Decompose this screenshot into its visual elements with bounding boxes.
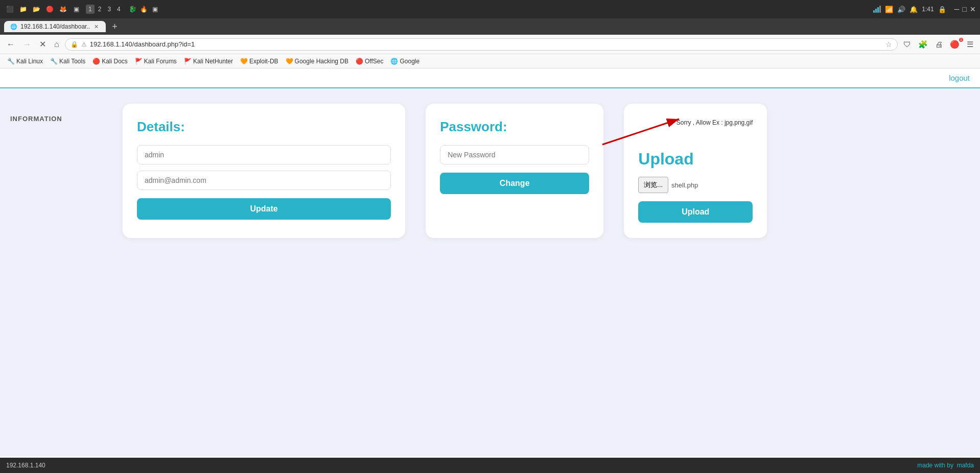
page-body: INFORMATION Details: Update Password: Ch… [0, 88, 980, 253]
bookmarks-bar: 🔧 Kali Linux 🔧 Kali Tools 🔴 Kali Docs 🚩 … [0, 54, 980, 68]
taskbar-icon-red[interactable]: 🔴 [44, 4, 55, 15]
bookmark-google-hacking[interactable]: 🧡 Google Hacking DB [283, 57, 352, 66]
email-input[interactable] [137, 171, 391, 190]
bookmark-exploit-db[interactable]: 🧡 Exploit-DB [237, 57, 282, 66]
nav-bar: ← → ✕ ⌂ 🔒 ⚠ ☆ 🛡 🧩 🖨 🔴 1 ☰ [0, 35, 980, 54]
bookmark-kali-tools-label: Kali Tools [59, 58, 85, 65]
maximize-btn[interactable]: □ [963, 5, 967, 13]
kali-nethunter-icon: 🚩 [184, 58, 192, 65]
kali-tools-icon: 🔧 [50, 58, 58, 65]
details-card-title: Details: [137, 119, 391, 135]
new-tab-btn[interactable]: + [109, 20, 121, 33]
profile-btn[interactable]: 🔴 1 [947, 39, 962, 50]
bookmark-google[interactable]: 🌐 Google [387, 57, 423, 66]
workspace-2[interactable]: 2 [96, 5, 104, 14]
kali-linux-icon: 🔧 [7, 58, 15, 65]
sidebar-info-label: INFORMATION [10, 115, 62, 123]
taskbar-icon-files[interactable]: 📁 [17, 4, 29, 15]
page-content: logout INFORMATION Details: Update Passw… [0, 68, 980, 457]
bookmark-kali-nethunter[interactable]: 🚩 Kali NetHunter [181, 57, 236, 66]
bookmark-kali-linux-label: Kali Linux [16, 58, 43, 65]
tab-title: 192.168.1.140/dashboar.. [20, 23, 90, 30]
window-controls: ─ □ ✕ [954, 5, 976, 13]
cards-area: Details: Update Password: Change Sorry ,… [123, 104, 970, 238]
svg-line-1 [602, 119, 679, 145]
taskbar-icon-terminal2[interactable]: ▣ [150, 4, 161, 15]
print-btn[interactable]: 🖨 [932, 39, 945, 50]
arrow-annotation [597, 114, 710, 150]
tab-bar: 🌐 192.168.1.140/dashboar.. ✕ + [0, 18, 980, 35]
sound-icon: 🔊 [897, 6, 905, 13]
battery-icon: 🔔 [909, 6, 918, 13]
bookmark-offsec-label: OffSec [365, 58, 383, 65]
bookmark-kali-docs[interactable]: 🔴 Kali Docs [89, 57, 131, 66]
bookmark-google-label: Google [400, 58, 419, 65]
taskbar-icon-screen[interactable]: ▣ [71, 4, 82, 15]
title-bar: ⬛ 📁 📂 🔴 🦊 ▣ 1 2 3 4 🐉 🔥 ▣ 📶 🔊 🔔 1:41 🔒 ─ [0, 0, 980, 18]
password-card-title: Password: [440, 119, 589, 135]
shield-btn[interactable]: 🛡 [901, 39, 914, 50]
forward-btn[interactable]: → [20, 39, 34, 50]
sidebar: INFORMATION [10, 104, 102, 238]
upload-card-title: Upload [638, 150, 753, 169]
minimize-btn[interactable]: ─ [954, 5, 960, 13]
bookmark-kali-nethunter-label: Kali NetHunter [193, 58, 233, 65]
toolbar-right: 🛡 🧩 🖨 🔴 1 ☰ [901, 39, 976, 50]
lock-address-icon: 🔒 [71, 41, 78, 48]
close-window-btn[interactable]: ✕ [970, 5, 976, 13]
tab-favicon: 🌐 [10, 23, 17, 30]
google-hacking-icon: 🧡 [286, 58, 293, 65]
update-btn[interactable]: Update [137, 198, 391, 220]
lock-icon: 🔒 [938, 6, 946, 13]
details-card: Details: Update [123, 104, 405, 238]
home-btn[interactable]: ⌂ [52, 39, 62, 50]
bookmark-offsec[interactable]: 🔴 OffSec [353, 57, 386, 66]
bookmark-kali-tools[interactable]: 🔧 Kali Tools [47, 57, 88, 66]
taskbar-icon-folder[interactable]: 📂 [31, 4, 42, 15]
kali-forums-icon: 🚩 [135, 58, 143, 65]
workspace-1[interactable]: 1 [86, 5, 95, 14]
exploit-db-icon: 🧡 [240, 58, 248, 65]
taskbar-icons: ⬛ 📁 📂 🔴 🦊 ▣ [4, 4, 82, 15]
username-input[interactable] [137, 145, 391, 164]
menu-btn[interactable]: ☰ [964, 39, 976, 50]
taskbar-icon-terminal[interactable]: ⬛ [4, 4, 15, 15]
active-tab[interactable]: 🌐 192.168.1.140/dashboar.. ✕ [4, 21, 106, 32]
back-btn[interactable]: ← [4, 39, 17, 50]
bookmark-kali-forums[interactable]: 🚩 Kali Forums [132, 57, 180, 66]
bookmark-kali-forums-label: Kali Forums [144, 58, 177, 65]
notification-dot: 1 [959, 38, 963, 42]
bookmark-kali-linux[interactable]: 🔧 Kali Linux [4, 57, 46, 66]
time-display: 1:41 [922, 6, 934, 13]
taskbar-icon-dragon[interactable]: 🐉 [127, 4, 138, 15]
offsec-icon: 🔴 [356, 58, 363, 65]
bookmark-google-hacking-label: Google Hacking DB [295, 58, 348, 65]
bookmark-star-btn[interactable]: ☆ [885, 40, 892, 49]
upload-btn[interactable]: Upload [638, 201, 753, 223]
taskbar-icon-firefox2[interactable]: 🔥 [138, 4, 150, 15]
page-header: logout [0, 68, 980, 88]
change-btn[interactable]: Change [440, 173, 589, 194]
password-card: Password: Change [426, 104, 603, 238]
workspace-numbers: 1 2 3 4 [86, 5, 123, 14]
workspace-4[interactable]: 4 [114, 5, 123, 14]
close-btn[interactable]: ✕ [37, 38, 49, 50]
address-bar: 🔒 ⚠ ☆ [65, 38, 898, 51]
taskbar-icon-firefox[interactable]: 🦊 [57, 4, 68, 15]
new-password-input[interactable] [440, 145, 589, 164]
system-tray: 📶 🔊 🔔 1:41 🔒 ─ □ ✕ [873, 5, 976, 13]
upload-error-area: Sorry , Allow Ex : jpg,png,gif [638, 119, 753, 150]
google-icon: 🌐 [390, 58, 398, 65]
upload-card: Sorry , Allow Ex : jpg,png,gif Upload 浏览… [624, 104, 767, 238]
extensions-btn[interactable]: 🧩 [916, 39, 930, 50]
logout-link[interactable]: logout [949, 74, 970, 82]
close-tab-btn[interactable]: ✕ [93, 23, 100, 30]
workspace-3[interactable]: 3 [105, 5, 113, 14]
address-input[interactable] [90, 40, 882, 48]
wifi-icon: 📶 [885, 6, 893, 13]
signal-icon [873, 6, 881, 13]
kali-docs-icon: 🔴 [92, 58, 100, 65]
file-browse-btn[interactable]: 浏览... [638, 177, 668, 193]
bookmark-exploit-db-label: Exploit-DB [249, 58, 278, 65]
file-name-display: shell.php [671, 181, 698, 189]
